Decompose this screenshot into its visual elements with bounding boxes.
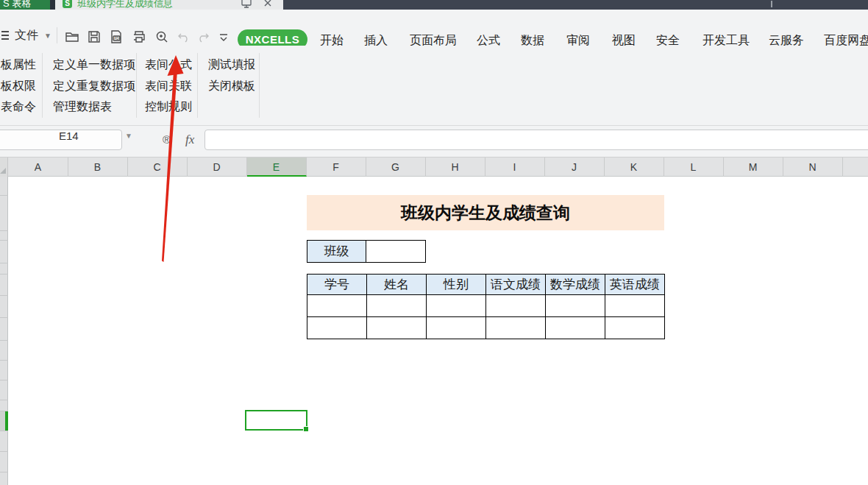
table-cell[interactable]	[307, 317, 367, 339]
table-header-cell[interactable]: 语文成绩	[486, 275, 546, 295]
sheet-title: 班级内学生及成绩查询	[401, 202, 570, 224]
table-cell[interactable]	[367, 295, 427, 317]
table-cell[interactable]	[427, 317, 486, 339]
table-cell[interactable]	[546, 317, 605, 339]
table-row	[307, 317, 665, 339]
table-cell[interactable]	[546, 295, 605, 317]
table-cell[interactable]	[605, 295, 665, 317]
sheet-title-cell[interactable]: 班级内学生及成绩查询	[307, 195, 664, 230]
class-value-cell[interactable]	[366, 240, 426, 263]
table-header-cell[interactable]: 数学成绩	[546, 275, 605, 295]
sheet-area: 班级内学生及成绩查询 班级 学号姓名性别语文成绩数学成绩英语成绩	[0, 0, 868, 485]
table-header-cell[interactable]: 姓名	[367, 275, 427, 295]
score-table: 学号姓名性别语文成绩数学成绩英语成绩	[307, 274, 665, 339]
table-cell[interactable]	[605, 317, 665, 339]
class-label-cell[interactable]: 班级	[307, 240, 366, 263]
table-cell[interactable]	[367, 317, 427, 339]
table-header-cell[interactable]: 学号	[307, 275, 367, 295]
table-header-cell[interactable]: 性别	[427, 275, 486, 295]
selected-cell-E14[interactable]	[245, 410, 307, 431]
table-header-cell[interactable]: 英语成绩	[605, 275, 665, 295]
fill-handle[interactable]	[303, 426, 309, 432]
table-cell[interactable]	[486, 295, 546, 317]
table-row	[307, 295, 665, 317]
table-cell[interactable]	[486, 317, 546, 339]
table-cell[interactable]	[427, 295, 486, 317]
table-cell[interactable]	[307, 295, 367, 317]
